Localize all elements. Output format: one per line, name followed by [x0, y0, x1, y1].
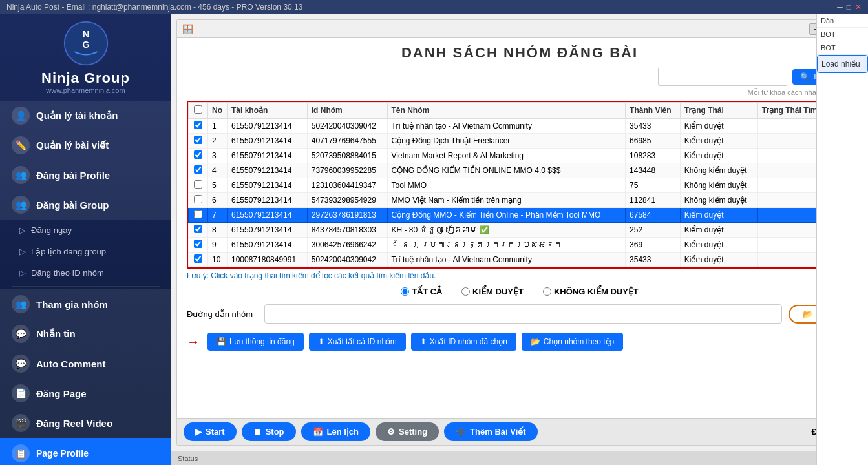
sidebar-item-dang-theo-id[interactable]: ▷ Đăng theo ID nhóm — [0, 262, 171, 284]
row-checkbox-cell[interactable] — [189, 178, 208, 193]
row-trang-thai: Kiểm duyệt — [680, 238, 757, 253]
row-checkbox-cell[interactable] — [189, 119, 208, 134]
bottom-toolbar: ▶ Start ⏹ Stop 📅 Lên lịch ⚙ Setting ➕ Th… — [177, 418, 862, 445]
xuat-tat-ca-button[interactable]: ⬆ Xuất tất cả ID nhóm — [309, 333, 406, 351]
row-checkbox-cell[interactable] — [189, 253, 208, 267]
sidebar-item-dang-bai-profile[interactable]: 👥 Đăng bài Profile — [0, 160, 171, 190]
row-trang-thai: Kiểm duyệt — [680, 119, 757, 134]
sidebar-item-dang-ngay[interactable]: ▷ Đăng ngay — [0, 220, 171, 241]
table-row[interactable]: 9 61550791213414 300642576966242 ជំ ន រ … — [189, 238, 851, 253]
radio-all[interactable]: TẤT CẢ — [401, 287, 442, 296]
start-button[interactable]: ▶ Start — [184, 422, 237, 441]
page-profile-icon: 📋 — [12, 444, 30, 462]
row-trang-thai: Kiểm duyệt — [680, 134, 757, 149]
header-checkbox[interactable] — [189, 103, 208, 119]
row-checkbox[interactable] — [194, 225, 202, 233]
table-row[interactable]: 11 100087180849991 407179769647555 Cộng … — [189, 267, 851, 269]
export-icon: ⬆ — [318, 337, 324, 346]
row-thanh-vien: 67584 — [626, 208, 681, 223]
table-row[interactable]: 10 100087180849991 502420040309042 Trí t… — [189, 253, 851, 267]
sidebar-item-tham-gia-nhom[interactable]: 👥 Tham gia nhóm — [0, 289, 171, 319]
row-checkbox[interactable] — [194, 180, 202, 189]
row-checkbox-cell[interactable] — [189, 149, 208, 163]
table-row[interactable]: 2 61550791213414 407179769647555 Cộng Đồ… — [189, 134, 851, 149]
xuat-da-chon-button[interactable]: ⬆ Xuất ID nhóm đã chọn — [411, 333, 516, 351]
group-url-input[interactable] — [264, 304, 782, 324]
export-selected-icon: ⬆ — [420, 337, 427, 346]
row-checkbox[interactable] — [194, 136, 202, 144]
row-id-nhom: 502420040309042 — [307, 119, 387, 134]
sidebar-item-nhan-tin[interactable]: 💬 Nhắn tin — [0, 319, 171, 349]
add-post-icon: ➕ — [456, 427, 466, 437]
row-checkbox-cell[interactable] — [189, 208, 208, 223]
table-row[interactable]: 7 61550791213414 297263786191813 Cộng Đồ… — [189, 208, 851, 223]
radio-khong-kiem-duyet-input[interactable] — [543, 287, 551, 296]
row-checkbox-cell[interactable] — [189, 238, 208, 253]
setting-button[interactable]: ⚙ Setting — [376, 422, 439, 441]
stop-button[interactable]: ⏹ Stop — [242, 422, 296, 441]
chon-theo-tep-button[interactable]: 📂 Chọn nhóm theo tệp — [522, 333, 623, 351]
row-thanh-vien: 112841 — [626, 193, 681, 208]
row-checkbox-cell[interactable] — [189, 267, 208, 269]
row-ten-nhom: KH - 80 ជំនួញ វៀតណាម ✅ — [387, 223, 626, 238]
sidebar-item-lap-lich[interactable]: ▷ Lập lịch đăng group — [0, 241, 171, 262]
radio-group: TẤT CẢ KIỂM DUYỆT KHÔNG KIỂM DUYỆT — [187, 287, 852, 296]
row-ten-nhom: Cộng Đồng Dịch Thuật Freelancer — [387, 134, 626, 149]
row-checkbox[interactable] — [194, 254, 202, 263]
close-btn[interactable]: ✕ — [855, 3, 862, 12]
table-row[interactable]: 8 61550791213414 843784570818303 KH - 80… — [189, 223, 851, 238]
table-row[interactable]: 4 61550791213414 737960039952285 CỘNG ĐỒ… — [189, 163, 851, 178]
message-icon: 💬 — [12, 325, 30, 343]
row-checkbox[interactable] — [194, 210, 202, 218]
inner-window: 🪟 ─ □ ✕ DANH SÁCH NHÓM ĐĂNG BÀI 🔍 Tìm ki… — [176, 19, 863, 446]
row-checkbox-cell[interactable] — [189, 134, 208, 149]
row-checkbox-cell[interactable] — [189, 163, 208, 178]
header-no: No — [208, 103, 228, 119]
row-checkbox[interactable] — [194, 121, 202, 129]
logo: N G — [60, 21, 112, 66]
table-header-row: No Tài khoản Id Nhóm Tên Nhóm Thành Viên… — [189, 103, 851, 119]
row-ten-nhom: Cộng Đồng MMO - Kiếm Tiền Online - Phần … — [387, 208, 626, 223]
row-checkbox-cell[interactable] — [189, 193, 208, 208]
row-checkbox[interactable] — [194, 165, 202, 174]
table-row[interactable]: 5 61550791213414 123103604419347 Tool MM… — [189, 178, 851, 193]
row-account: 61550791213414 — [228, 119, 308, 134]
schedule-button[interactable]: 📅 Lên lịch — [301, 422, 371, 441]
row-thanh-vien: 143448 — [626, 163, 681, 178]
row-account: 61550791213414 — [228, 193, 308, 208]
user-icon: 👤 — [12, 107, 30, 125]
maximize-btn[interactable]: □ — [847, 3, 851, 12]
row-checkbox-cell[interactable] — [189, 223, 208, 238]
inner-titlebar: 🪟 ─ □ ✕ — [177, 20, 862, 38]
luu-thong-tin-button[interactable]: 💾 Lưu thông tin đăng — [207, 333, 304, 351]
row-checkbox[interactable] — [194, 195, 202, 203]
join-icon: 👥 — [12, 295, 30, 313]
url-input-row: Đường dẫn nhóm 📂 Open — [187, 304, 852, 324]
row-checkbox[interactable] — [194, 150, 202, 159]
group-table-container[interactable]: No Tài khoản Id Nhóm Tên Nhóm Thành Viên… — [187, 101, 852, 269]
table-row[interactable]: 1 61550791213414 502420040309042 Trí tuệ… — [189, 119, 851, 134]
sidebar-item-dang-reel[interactable]: 🎬 Đăng Reel Video — [0, 408, 171, 438]
row-no: 8 — [208, 223, 228, 238]
radio-kiem-duyet[interactable]: KIỂM DUYỆT — [461, 287, 524, 296]
row-checkbox[interactable] — [194, 240, 202, 248]
sidebar-item-dang-page[interactable]: 📄 Đăng Page — [0, 378, 171, 408]
sidebar-item-auto-comment[interactable]: 💬 Auto Comment — [0, 349, 171, 378]
radio-kiem-duyet-input[interactable] — [461, 287, 470, 296]
sidebar-item-page-profile[interactable]: 📋 Page Profile — [0, 438, 171, 465]
sidebar-item-quan-ly-tai-khoan[interactable]: 👤 Quản lý tài khoản — [0, 101, 171, 130]
radio-all-input[interactable] — [401, 287, 409, 296]
row-account: 61550791213414 — [228, 223, 308, 238]
header-id-nhom: Id Nhóm — [307, 103, 387, 119]
right-panel-item-1: Dàn — [817, 14, 868, 28]
select-all-checkbox[interactable] — [194, 105, 202, 114]
load-nhieu-btn[interactable]: Load nhiều — [817, 55, 868, 73]
table-row[interactable]: 3 61550791213414 520739508884015 Vietnam… — [189, 149, 851, 163]
sidebar-item-dang-bai-group[interactable]: 👥 Đăng bài Group — [0, 190, 171, 220]
sidebar-item-quan-ly-bai-viet[interactable]: ✏️ Quản lý bài viết — [0, 130, 171, 160]
minimize-btn[interactable]: ─ — [837, 3, 843, 12]
radio-khong-kiem-duyet[interactable]: KHÔNG KIỂM DUYỆT — [543, 287, 639, 296]
search-input[interactable] — [658, 68, 787, 86]
table-row[interactable]: 6 61550791213414 547393298954929 MMO Việ… — [189, 193, 851, 208]
add-post-button[interactable]: ➕ Thêm Bài Viết — [444, 422, 538, 441]
